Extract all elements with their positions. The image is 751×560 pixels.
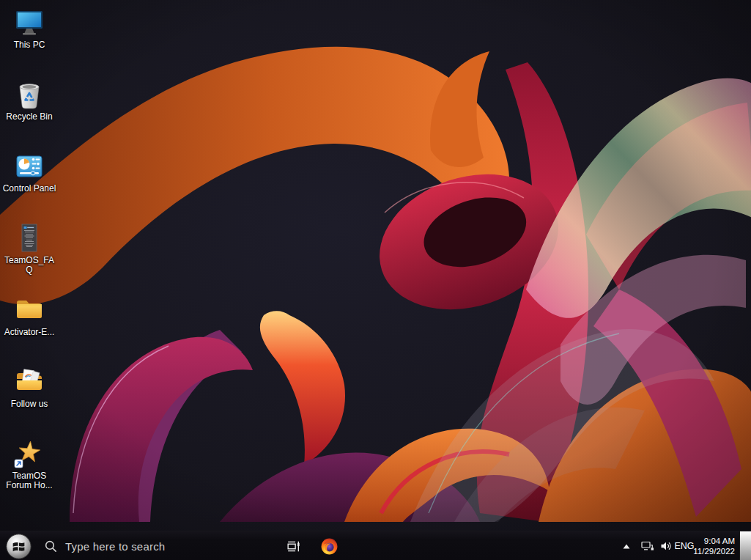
desktop-icon-control-panel[interactable]: Control Panel [1, 147, 58, 219]
taskbar-search[interactable]: Type here to search [44, 531, 264, 560]
computer-monitor-icon [13, 7, 45, 39]
ethernet-network-icon [641, 540, 654, 552]
desktop-icon-recycle-bin[interactable]: Recycle Bin [1, 75, 58, 147]
desktop-icon-label: This PC [14, 40, 45, 50]
desktop-icon-label: Control Panel [3, 184, 56, 194]
network-tray-button[interactable] [638, 531, 657, 560]
search-placeholder: Type here to search [65, 540, 165, 553]
clock-date: 11/29/2022 [693, 546, 735, 556]
control-panel-icon [13, 150, 45, 183]
desktop: This PC Recycle Bin [0, 0, 751, 560]
clock-time: 9:04 AM [704, 536, 735, 546]
desktop-icon-column: This PC Recycle Bin [1, 4, 58, 506]
desktop-icon-follow-us[interactable]: Follow us [1, 363, 58, 435]
folder-icon [13, 294, 45, 326]
recycle-bin-icon [13, 78, 45, 111]
clock[interactable]: 9:04 AM 11/29/2022 [687, 531, 735, 560]
star-shortcut-icon [13, 438, 45, 470]
text-document-icon [13, 222, 45, 254]
wallpaper [0, 0, 751, 560]
desktop-icon-label: TeamOS Forum Ho... [2, 471, 56, 490]
desktop-icon-label: Activator-E... [4, 328, 55, 337]
desktop-icon-this-pc[interactable]: This PC [1, 4, 58, 75]
show-desktop-button[interactable] [739, 531, 751, 560]
desktop-icon-teamos-faq[interactable]: TeamOS_FAQ [1, 219, 58, 291]
windows-logo-icon [5, 533, 32, 560]
speaker-volume-icon [660, 540, 673, 552]
desktop-icon-label: TeamOS_FAQ [2, 256, 56, 275]
firefox-taskbar-button[interactable] [315, 531, 343, 560]
task-view-button[interactable] [281, 531, 306, 560]
volume-tray-button[interactable] [657, 531, 675, 560]
chevron-up-icon [623, 544, 630, 549]
desktop-icon-label: Recycle Bin [6, 112, 52, 122]
tray-expand-button[interactable] [618, 531, 635, 560]
desktop-icon-label: Follow us [11, 399, 48, 409]
desktop-icon-teamos-forum[interactable]: TeamOS Forum Ho... [1, 435, 58, 506]
start-button[interactable] [2, 531, 34, 560]
search-icon [44, 539, 58, 553]
taskbar: Type here to search [0, 531, 751, 560]
desktop-icon-activator[interactable]: Activator-E... [1, 291, 58, 363]
task-view-icon [286, 539, 301, 554]
folder-with-files-icon [13, 366, 45, 398]
firefox-icon [320, 537, 338, 556]
